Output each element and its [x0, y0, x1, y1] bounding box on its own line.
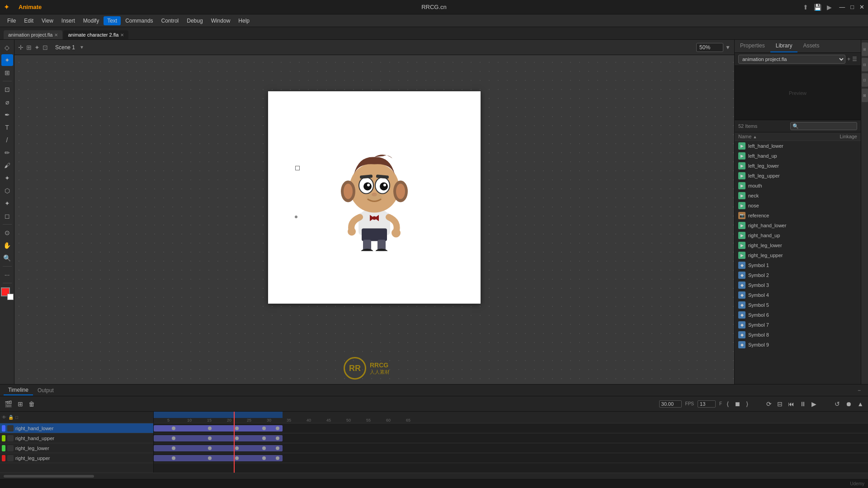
- tl-snap-btn[interactable]: ⊟: [776, 399, 783, 408]
- tool-paint[interactable]: ⬡: [1, 185, 13, 197]
- tl-record-btn[interactable]: ⏺: [844, 399, 853, 408]
- layer-row[interactable]: right_leg_lower: [0, 443, 153, 453]
- tool-more[interactable]: ···: [1, 269, 13, 281]
- tl-new-layer-btn[interactable]: 🎬: [4, 399, 13, 408]
- tool-eyedropper[interactable]: ✦: [1, 197, 13, 209]
- lib-item[interactable]: ◆Symbol 6: [735, 310, 861, 320]
- frame-track[interactable]: [154, 453, 868, 463]
- lib-item[interactable]: ◆Symbol 1: [735, 260, 861, 270]
- tab-properties[interactable]: Properties: [735, 40, 770, 52]
- far-right-btn-3[interactable]: ⊡: [862, 73, 868, 87]
- stage-view-icon[interactable]: ⊡: [42, 44, 48, 51]
- stage-snap-icon[interactable]: ✛: [18, 44, 24, 51]
- lib-item[interactable]: ▶right_hand_lower: [735, 221, 861, 230]
- menu-window[interactable]: Window: [208, 16, 234, 25]
- tl-loop-btn[interactable]: ⟳: [765, 399, 773, 408]
- stage-clip-icon[interactable]: ⊞: [26, 44, 32, 51]
- tl-rewind-btn[interactable]: ⏮: [787, 399, 795, 408]
- fps-input[interactable]: [659, 400, 682, 408]
- menu-edit[interactable]: Edit: [20, 16, 37, 25]
- tl-prev-keyframe-btn[interactable]: ⟨: [726, 399, 730, 408]
- menu-text[interactable]: Text: [104, 16, 121, 25]
- far-right-btn-1[interactable]: ⊞: [862, 42, 868, 56]
- tl-add-frame-btn[interactable]: ⊞: [17, 399, 24, 408]
- lib-item[interactable]: ▶left_leg_lower: [735, 161, 861, 171]
- layer-row[interactable]: right_hand_lower: [0, 423, 153, 433]
- tool-brush[interactable]: 🖌: [1, 160, 13, 171]
- tool-ink[interactable]: ✦: [1, 172, 13, 184]
- frames-panel[interactable]: 5101520253035404550556065: [154, 412, 868, 473]
- minimize-btn[interactable]: —: [839, 4, 845, 11]
- timeline-collapse-btn[interactable]: −: [854, 387, 864, 394]
- tool-3d[interactable]: ⊡: [1, 84, 13, 95]
- tab-timeline[interactable]: Timeline: [4, 385, 33, 395]
- upload-icon[interactable]: ⬆: [803, 4, 808, 11]
- frame-track[interactable]: [154, 443, 868, 453]
- tool-select[interactable]: ◇: [1, 42, 13, 53]
- lib-new-icon[interactable]: +: [847, 56, 850, 62]
- tab-animate-character[interactable]: animate character 2.fla ✕: [63, 30, 128, 39]
- close-btn[interactable]: ✕: [859, 4, 864, 11]
- tool-text[interactable]: T: [1, 122, 13, 133]
- tl-scroll-thumb[interactable]: [4, 475, 94, 478]
- lib-item[interactable]: ◆Symbol 4: [735, 290, 861, 300]
- frame-track[interactable]: [154, 433, 868, 443]
- menu-file[interactable]: File: [4, 16, 19, 25]
- tool-subselect[interactable]: ✦: [1, 54, 13, 66]
- tool-pen[interactable]: ✒: [1, 109, 13, 121]
- menu-debug[interactable]: Debug: [183, 16, 206, 25]
- tl-stop-btn[interactable]: ⏹: [733, 399, 741, 408]
- lib-item[interactable]: ▶left_hand_lower: [735, 141, 861, 151]
- tool-eraser[interactable]: ◻: [1, 210, 13, 222]
- layer-row[interactable]: right_hand_upper: [0, 433, 153, 443]
- lib-item[interactable]: ▶nose: [735, 201, 861, 211]
- menu-commands[interactable]: Commands: [122, 16, 156, 25]
- tab-close-1[interactable]: ✕: [54, 33, 58, 38]
- menu-insert[interactable]: Insert: [58, 16, 79, 25]
- tab-animation-project[interactable]: animation project.fla ✕: [4, 30, 62, 39]
- stage-edit-icon[interactable]: ✦: [34, 44, 40, 51]
- tl-delete-layer-btn[interactable]: 🗑: [28, 399, 36, 408]
- col-name-header[interactable]: Name ▲: [738, 134, 840, 139]
- lib-item[interactable]: ▶left_leg_upper: [735, 171, 861, 181]
- lib-item[interactable]: ▶mouth: [735, 181, 861, 191]
- menu-help[interactable]: Help: [235, 16, 253, 25]
- zoom-dropdown-icon[interactable]: ▼: [725, 44, 731, 51]
- handle-circle[interactable]: [295, 166, 300, 170]
- layer-row[interactable]: right_leg_upper: [0, 453, 153, 463]
- lib-project-select[interactable]: animation project.fla: [738, 55, 845, 64]
- tool-camera[interactable]: ⊙: [1, 227, 13, 239]
- lib-item[interactable]: 📷reference: [735, 211, 861, 221]
- lib-item[interactable]: ▶left_hand_up: [735, 151, 861, 161]
- lib-item[interactable]: ◆Symbol 7: [735, 320, 861, 330]
- tab-output[interactable]: Output: [33, 386, 58, 395]
- lib-item[interactable]: ◆Symbol 3: [735, 280, 861, 290]
- frame-input[interactable]: [698, 400, 716, 408]
- tool-transform[interactable]: ⊞: [1, 67, 13, 79]
- lib-item[interactable]: ▶right_leg_lower: [735, 240, 861, 250]
- frame-track[interactable]: [154, 423, 868, 433]
- lib-item[interactable]: ◆Symbol 5: [735, 300, 861, 310]
- zoom-input[interactable]: [696, 43, 723, 52]
- lib-item[interactable]: ▶neck: [735, 191, 861, 201]
- tool-pencil[interactable]: ✏: [1, 147, 13, 159]
- tab-assets[interactable]: Assets: [797, 40, 825, 52]
- menu-modify[interactable]: Modify: [80, 16, 103, 25]
- tool-hand[interactable]: ✋: [1, 239, 13, 251]
- tl-loop2-btn[interactable]: ↺: [834, 399, 841, 408]
- maximize-btn[interactable]: □: [850, 4, 854, 11]
- lib-options-icon[interactable]: ☰: [852, 56, 857, 62]
- lib-item[interactable]: ▶right_leg_upper: [735, 250, 861, 260]
- lib-item[interactable]: ◆Symbol 9: [735, 340, 861, 350]
- save-icon[interactable]: 💾: [814, 4, 821, 11]
- tool-lasso[interactable]: ⌀: [1, 96, 13, 108]
- scene-dropdown-icon[interactable]: ▼: [80, 45, 84, 50]
- lib-search-input[interactable]: [790, 122, 857, 130]
- tab-library[interactable]: Library: [770, 40, 798, 52]
- play-icon[interactable]: ▶: [827, 4, 832, 11]
- tl-settings-btn[interactable]: ▲: [856, 399, 864, 408]
- menu-control[interactable]: Control: [158, 16, 183, 25]
- lib-item[interactable]: ◆Symbol 8: [735, 330, 861, 340]
- tl-pause-btn[interactable]: ⏸: [799, 399, 807, 408]
- stroke-color-box[interactable]: [1, 287, 14, 300]
